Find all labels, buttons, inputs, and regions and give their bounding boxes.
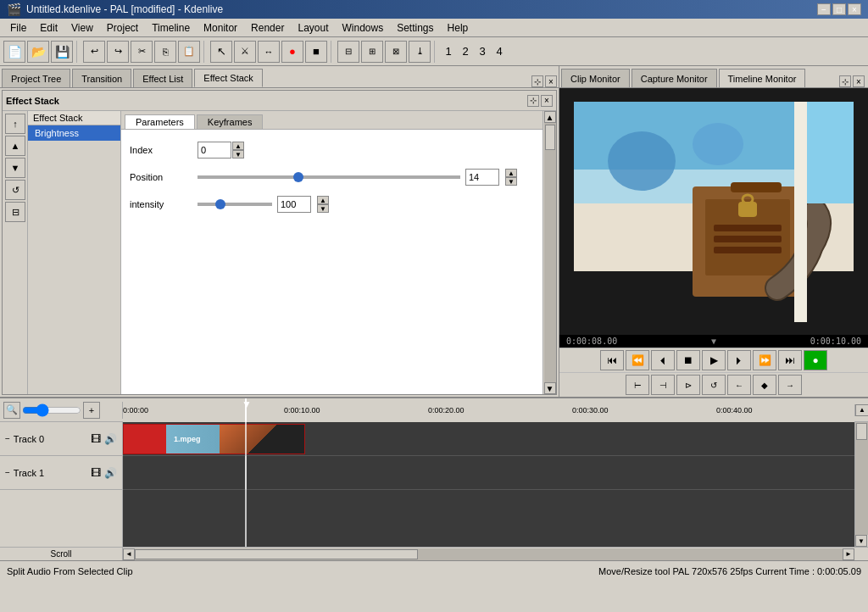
keyframe-button[interactable]: ◆ (753, 375, 776, 395)
record-button[interactable]: ● (281, 41, 303, 63)
position-spin-down[interactable]: ▼ (505, 177, 517, 186)
layout3-button[interactable]: ⊠ (385, 41, 407, 63)
effect-up-btn[interactable]: ↑ (5, 114, 25, 134)
clip-1mpeg[interactable]: 1.mpeg (123, 424, 305, 454)
track-1-mute-icon: − (5, 468, 10, 477)
step-back-button[interactable]: ⏴ (651, 350, 675, 370)
tab-capture-monitor[interactable]: Capture Monitor (632, 69, 717, 87)
svg-rect-9 (714, 236, 782, 242)
menu-help[interactable]: Help (441, 20, 476, 36)
spacer-tool[interactable]: ↔ (258, 41, 280, 63)
zoom-in-button[interactable]: + (83, 402, 100, 419)
num-3[interactable]: 3 (475, 41, 490, 63)
paste-button[interactable]: 📋 (178, 41, 200, 63)
right-scroll-thumb[interactable] (856, 423, 867, 440)
position-slider[interactable] (198, 175, 460, 179)
intensity-slider[interactable] (198, 203, 272, 206)
copy-button[interactable]: ⎘ (154, 41, 176, 63)
extract-button[interactable]: ⤓ (409, 41, 431, 63)
monitor-float-button[interactable]: ⊹ (839, 75, 851, 87)
scroll-right-arrow[interactable]: ► (843, 548, 854, 560)
ruler-mark-30: 0:00:30.00 (572, 406, 609, 414)
monitor-close-button[interactable]: × (853, 75, 865, 87)
menu-render[interactable]: Render (244, 20, 291, 36)
intensity-spin-up[interactable]: ▲ (317, 196, 329, 204)
menu-edit[interactable]: Edit (33, 20, 64, 36)
tab-transition[interactable]: Transition (72, 69, 131, 87)
redo-button[interactable]: ↪ (107, 41, 129, 63)
effect-item-brightness[interactable]: Brightness (28, 125, 120, 141)
scroll-up-arrow[interactable]: ▲ (544, 111, 556, 123)
stop-button[interactable]: ⏹ (676, 350, 700, 370)
select-tool[interactable]: ↖ (210, 41, 232, 63)
menu-windows[interactable]: Windows (336, 20, 391, 36)
position-spin-up[interactable]: ▲ (505, 169, 517, 177)
restore-button[interactable]: □ (832, 3, 846, 15)
menu-file[interactable]: File (3, 20, 33, 36)
menu-view[interactable]: View (64, 20, 100, 36)
inner-close-button[interactable]: × (541, 95, 553, 107)
index-spin-up[interactable]: ▲ (232, 142, 244, 150)
num-4[interactable]: 4 (492, 41, 507, 63)
stop-button[interactable]: ■ (305, 41, 327, 63)
menu-timeline[interactable]: Timeline (145, 20, 197, 36)
fast-fwd-button[interactable]: ⏩ (753, 350, 776, 370)
extract-monitor-button[interactable]: → (778, 375, 802, 395)
undo-button[interactable]: ↩ (83, 41, 105, 63)
num-1[interactable]: 1 (441, 41, 456, 63)
tab-effect-list[interactable]: Effect List (133, 69, 192, 87)
panel-float-button[interactable]: ⊹ (531, 75, 543, 87)
monitor-controls-row1: ⏮ ⏪ ⏴ ⏹ ▶ ⏵ ⏩ ⏭ ● (559, 348, 868, 372)
effect-save-btn[interactable]: ⊟ (5, 202, 25, 222)
record-monitor-button[interactable]: ● (804, 350, 827, 370)
mark-out-button[interactable]: ⊣ (651, 375, 675, 395)
menu-monitor[interactable]: Monitor (197, 20, 244, 36)
step-fwd-button[interactable]: ⏵ (727, 350, 751, 370)
effect-down-btn[interactable]: ▼ (5, 158, 25, 178)
close-button[interactable]: × (848, 3, 861, 15)
panel-close-button[interactable]: × (545, 75, 557, 87)
tab-parameters[interactable]: Parameters (125, 114, 195, 129)
tab-keyframes[interactable]: Keyframes (197, 114, 264, 129)
goto-mark-in-button[interactable]: ⊳ (676, 375, 700, 395)
inner-float-button[interactable]: ⊹ (527, 95, 539, 107)
tab-project-tree[interactable]: Project Tree (2, 69, 70, 87)
zoom-slider[interactable] (22, 406, 81, 414)
scroll-left-arrow[interactable]: ◄ (123, 548, 135, 560)
tab-timeline-monitor[interactable]: Timeline Monitor (719, 69, 806, 87)
index-input[interactable] (198, 142, 231, 159)
open-button[interactable]: 📂 (27, 41, 49, 63)
intensity-value[interactable] (277, 196, 311, 213)
effect-refresh-btn[interactable]: ↺ (5, 180, 25, 200)
insert-button[interactable]: ↺ (702, 375, 726, 395)
menu-project[interactable]: Project (100, 20, 145, 36)
scroll-down-arrow[interactable]: ▼ (544, 382, 556, 394)
layout2-button[interactable]: ⊞ (361, 41, 383, 63)
tab-clip-monitor[interactable]: Clip Monitor (561, 69, 630, 87)
index-spin-down[interactable]: ▼ (232, 150, 244, 159)
h-scroll-thumb[interactable] (135, 549, 418, 559)
right-scroll-down[interactable]: ▼ (855, 535, 867, 547)
scroll-thumb[interactable] (545, 125, 555, 150)
overwrite-button[interactable]: ← (727, 375, 751, 395)
intensity-spin-down[interactable]: ▼ (317, 204, 329, 213)
mark-in-button[interactable]: ⊢ (626, 375, 649, 395)
position-value[interactable] (465, 169, 499, 186)
minimize-button[interactable]: − (817, 3, 831, 15)
play-button[interactable]: ▶ (702, 350, 726, 370)
menu-settings[interactable]: Settings (390, 20, 440, 36)
razor-tool[interactable]: ⚔ (234, 41, 256, 63)
rewind-button[interactable]: ⏪ (626, 350, 649, 370)
menu-layout[interactable]: Layout (291, 20, 335, 36)
cut-button[interactable]: ✂ (131, 41, 153, 63)
zoom-out-button[interactable]: 🔍 (3, 402, 20, 419)
goto-end-button[interactable]: ⏭ (778, 350, 802, 370)
tab-effect-stack[interactable]: Effect Stack (194, 69, 263, 87)
new-button[interactable]: 📄 (3, 41, 25, 63)
effect-up2-btn[interactable]: ▲ (5, 136, 25, 156)
layout1-button[interactable]: ⊟ (337, 41, 359, 63)
goto-start-button[interactable]: ⏮ (600, 350, 624, 370)
save-button[interactable]: 💾 (51, 41, 73, 63)
num-2[interactable]: 2 (458, 41, 473, 63)
timeline-scroll-up[interactable]: ▲ (855, 404, 868, 416)
